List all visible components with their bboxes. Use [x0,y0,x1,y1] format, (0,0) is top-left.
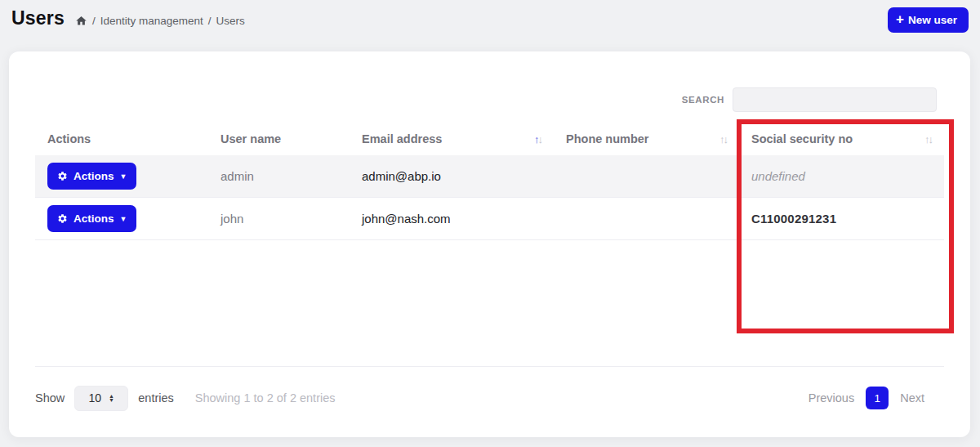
actions-button-label: Actions [74,212,114,225]
column-header-social-security-no[interactable]: Social security no ↑↓ [739,132,944,145]
email-cell: admin@abp.io [350,169,554,183]
page-size-value: 10 [89,391,102,405]
actions-dropdown-button[interactable]: Actions ▼ [47,205,136,232]
table-footer: Show 10 ▲▼ entries Showing 1 to 2 of 2 e… [35,375,944,421]
social-security-cell: C11000291231 [739,212,944,226]
pagination-page-1[interactable]: 1 [866,387,889,409]
page-header: Users / Identity management / Users + Ne… [0,0,980,46]
column-header-phone-number[interactable]: Phone number ↑↓ [554,132,739,145]
pagination: Previous 1 Next [808,387,944,409]
select-updown-icon: ▲▼ [109,394,114,402]
actions-dropdown-button[interactable]: Actions ▼ [47,163,136,190]
sort-desc-icon: ↓ [929,134,933,145]
users-table: Actions User name Email address ↑↓ Phone… [35,123,944,240]
sort-icon-ssn[interactable]: ↑↓ [924,134,932,145]
entries-label: entries [138,391,174,405]
new-user-button-label: New user [908,14,957,26]
column-header-actions: Actions [35,132,208,145]
page-size-select[interactable]: 10 ▲▼ [74,386,128,411]
user-name-cell: john [208,212,350,226]
sort-icon-email[interactable]: ↑↓ [534,134,541,145]
gear-icon [57,213,68,224]
new-user-button[interactable]: + New user [888,7,969,33]
search-label: SEARCH [682,95,724,105]
column-header-user-name: User name [208,132,350,145]
actions-cell: Actions ▼ [35,205,208,232]
breadcrumb-separator: / [208,15,212,27]
home-icon[interactable] [75,15,87,27]
user-name-cell: admin [208,169,350,183]
table-header-row: Actions User name Email address ↑↓ Phone… [35,123,944,155]
show-label: Show [35,391,65,405]
pagination-next[interactable]: Next [900,391,924,405]
search-row: SEARCH [682,87,937,112]
sort-desc-icon: ↓ [538,134,542,145]
pagination-previous[interactable]: Previous [808,391,854,405]
sort-icon-phone[interactable]: ↑↓ [719,134,727,145]
page-title: Users [11,7,65,29]
caret-down-icon: ▼ [120,216,127,223]
users-card: SEARCH Actions User name Email address ↑… [9,51,970,437]
sort-desc-icon: ↓ [724,134,728,145]
social-security-cell: undefined [739,169,944,183]
table-row-john: Actions ▼ john john@nash.com C1100029123… [35,198,944,240]
actions-button-label: Actions [74,170,114,182]
footer-divider [35,366,944,367]
plus-icon: + [896,12,904,26]
breadcrumb-item-identity-management[interactable]: Identity management [100,15,203,27]
actions-cell: Actions ▼ [35,163,208,190]
breadcrumb-separator: / [92,15,96,27]
entries-controls: Show 10 ▲▼ entries Showing 1 to 2 of 2 e… [35,386,336,411]
gear-icon [57,171,68,181]
breadcrumb-item-users[interactable]: Users [216,15,245,27]
entries-info: Showing 1 to 2 of 2 entries [195,391,336,405]
breadcrumb: / Identity management / Users [75,15,245,27]
table-row-admin: Actions ▼ admin admin@abp.io undefined [35,155,944,198]
column-header-email-address[interactable]: Email address ↑↓ [350,132,554,145]
email-cell: john@nash.com [350,212,554,226]
search-input[interactable] [733,87,937,112]
caret-down-icon: ▼ [120,173,127,181]
